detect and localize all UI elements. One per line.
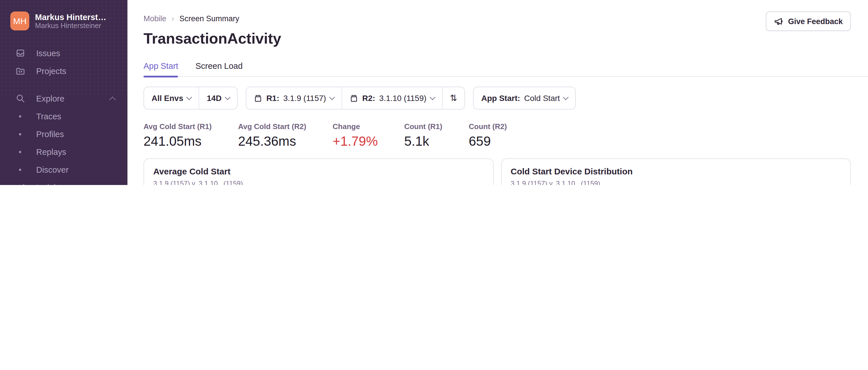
user-name: Markus Hinterst… bbox=[35, 12, 106, 22]
avatar: MH bbox=[10, 11, 29, 30]
sidebar-item-traces[interactable]: Traces bbox=[5, 107, 123, 125]
chevron-down-icon bbox=[187, 94, 192, 100]
insights-icon bbox=[15, 182, 25, 185]
sidebar-item-label: Profiles bbox=[36, 129, 64, 138]
chevron-down-icon bbox=[329, 94, 335, 100]
stat-value: +1.79% bbox=[333, 134, 378, 149]
stat-value: 5.1k bbox=[404, 134, 442, 149]
r1-value: 3.1.9 (1157) bbox=[283, 94, 326, 103]
release-compare-filter: R1: 3.1.9 (1157) R2: 3.1.10 (1159) ⇅ bbox=[246, 87, 465, 109]
release-r1-selector[interactable]: R1: 3.1.9 (1157) bbox=[246, 87, 342, 109]
stat-label: Count (R1) bbox=[404, 122, 442, 131]
stat-label: Change bbox=[333, 122, 378, 131]
stat-avg-cold-start-r1-: Avg Cold Start (R1)241.05ms bbox=[144, 122, 212, 149]
user-subtitle: Markus Hintersteiner bbox=[35, 22, 106, 30]
breadcrumb: Mobile › Screen Summary bbox=[144, 14, 851, 23]
environment-filter[interactable]: All Envs bbox=[144, 87, 199, 109]
sidebar-item-label: Issues bbox=[36, 48, 60, 58]
r2-label: R2: bbox=[362, 94, 375, 103]
chevron-down-icon bbox=[563, 94, 569, 100]
device-distribution-card: Cold Start Device Distribution 3.1.9 (11… bbox=[501, 158, 851, 185]
tab-screen-load[interactable]: Screen Load bbox=[195, 61, 243, 76]
stat-count-r1-: Count (R1)5.1k bbox=[404, 122, 442, 149]
main-content: Mobile › Screen Summary Give Feedback Tr… bbox=[127, 0, 868, 185]
average-cold-start-card: Average Cold Start 3.1.9 (1157) v. 3.1.1… bbox=[144, 158, 493, 185]
sidebar-item-label: Insights bbox=[36, 183, 65, 185]
projects-icon bbox=[15, 66, 25, 76]
user-menu[interactable]: MH Markus Hinterst… Markus Hintersteiner bbox=[0, 0, 127, 30]
sidebar-item-label: Explore bbox=[36, 94, 64, 103]
app-start-label: App Start: bbox=[482, 94, 520, 103]
bullet-icon bbox=[19, 133, 21, 135]
stat-avg-cold-start-r2-: Avg Cold Start (R2)245.36ms bbox=[238, 122, 306, 149]
sidebar-item-replays[interactable]: Replays bbox=[5, 143, 123, 161]
sidebar-nav: IssuesProjectsExploreTracesProfilesRepla… bbox=[0, 44, 127, 185]
chevron-down-icon bbox=[225, 94, 230, 100]
sidebar-item-label: Replays bbox=[36, 147, 66, 156]
page-title: TransactionActivity bbox=[144, 30, 851, 47]
stat-value: 659 bbox=[469, 134, 507, 149]
sidebar-item-profiles[interactable]: Profiles bbox=[5, 125, 123, 143]
chart-subtitle: 3.1.9 (1157) v. 3.1.10...(1159) bbox=[510, 179, 841, 185]
stat-count-r2-: Count (R2)659 bbox=[469, 122, 507, 149]
sidebar: MH Markus Hinterst… Markus Hintersteiner… bbox=[0, 0, 127, 185]
sidebar-item-label: Projects bbox=[36, 66, 66, 75]
bullet-icon bbox=[19, 168, 21, 171]
stat-label: Avg Cold Start (R2) bbox=[238, 122, 306, 131]
chevron-down-icon bbox=[430, 94, 435, 100]
chevron-up-icon bbox=[110, 96, 116, 103]
r1-label: R1: bbox=[267, 94, 279, 103]
bullet-icon bbox=[19, 115, 21, 117]
stats-row: Avg Cold Start (R1)241.05msAvg Cold Star… bbox=[144, 122, 851, 149]
package-icon bbox=[254, 94, 262, 102]
period-filter[interactable]: 14D bbox=[199, 87, 237, 109]
swap-releases-button[interactable]: ⇅ bbox=[443, 87, 465, 109]
sidebar-item-label: Traces bbox=[36, 111, 61, 121]
search-icon bbox=[15, 93, 25, 104]
issues-icon bbox=[15, 48, 25, 58]
tab-bar: App StartScreen Load bbox=[144, 61, 868, 77]
filter-row-primary: All Envs 14D R1: 3.1.9 (1157) R2: bbox=[144, 87, 851, 109]
breadcrumb-page: Screen Summary bbox=[179, 14, 239, 23]
breadcrumb-section[interactable]: Mobile bbox=[144, 14, 166, 23]
chart-title: Cold Start Device Distribution bbox=[510, 166, 841, 176]
swap-icon: ⇅ bbox=[450, 93, 457, 103]
sidebar-item-projects[interactable]: Projects bbox=[5, 62, 123, 80]
stat-change: Change+1.79% bbox=[333, 122, 378, 149]
stat-label: Count (R2) bbox=[469, 122, 507, 131]
megaphone-icon bbox=[774, 16, 783, 26]
chevron-right-icon: › bbox=[172, 14, 174, 23]
sidebar-item-explore[interactable]: Explore bbox=[5, 90, 123, 107]
sidebar-item-label: Discover bbox=[36, 165, 69, 174]
charts-row: Average Cold Start 3.1.9 (1157) v. 3.1.1… bbox=[144, 158, 851, 185]
chart-title: Average Cold Start bbox=[153, 166, 484, 176]
give-feedback-label: Give Feedback bbox=[788, 17, 843, 26]
tab-app-start[interactable]: App Start bbox=[144, 61, 178, 76]
chart-subtitle: 3.1.9 (1157) v. 3.1.10...(1159) bbox=[153, 179, 484, 185]
app-start-type-filter[interactable]: App Start: Cold Start bbox=[473, 87, 576, 109]
release-r2-selector[interactable]: R2: 3.1.10 (1159) bbox=[342, 87, 442, 109]
environment-value: All Envs bbox=[152, 94, 183, 103]
app-root: MH Markus Hinterst… Markus Hintersteiner… bbox=[0, 0, 868, 185]
period-value: 14D bbox=[207, 94, 222, 103]
sidebar-item-discover[interactable]: Discover bbox=[5, 161, 123, 178]
env-period-filter: All Envs 14D bbox=[144, 87, 238, 109]
stat-value: 245.36ms bbox=[238, 134, 306, 149]
app-start-value: Cold Start bbox=[524, 94, 560, 103]
stat-value: 241.05ms bbox=[144, 134, 212, 149]
bullet-icon bbox=[19, 150, 21, 153]
sidebar-item-insights[interactable]: Insights bbox=[5, 178, 123, 185]
stat-label: Avg Cold Start (R1) bbox=[144, 122, 212, 131]
package-icon bbox=[350, 94, 358, 102]
r2-value: 3.1.10 (1159) bbox=[379, 94, 427, 103]
sidebar-item-issues[interactable]: Issues bbox=[5, 44, 123, 62]
give-feedback-button[interactable]: Give Feedback bbox=[766, 11, 851, 31]
